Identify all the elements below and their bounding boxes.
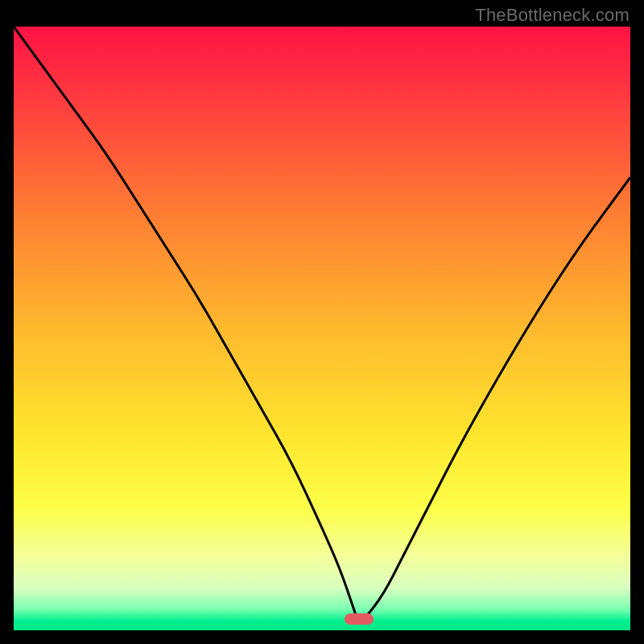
minimum-marker xyxy=(345,613,374,625)
svg-rect-0 xyxy=(14,27,630,630)
chart-frame xyxy=(14,27,630,630)
chart-background-gradient xyxy=(14,27,630,630)
watermark-text: TheBottleneck.com xyxy=(475,5,630,26)
